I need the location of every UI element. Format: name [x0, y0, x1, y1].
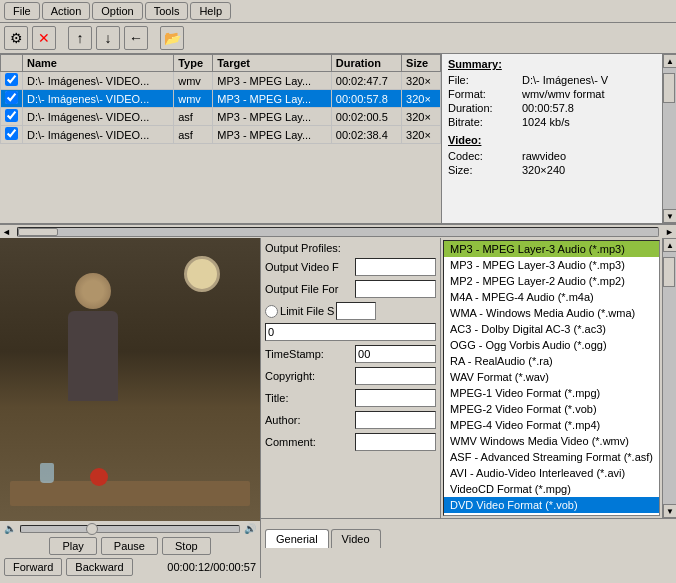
video-section: Video: — [448, 134, 656, 146]
form-row-comment: Comment: — [265, 433, 436, 451]
row-size: 320× — [402, 90, 441, 108]
play-controls: Play Pause Stop — [4, 537, 256, 555]
col-target: Target — [213, 55, 332, 72]
tab-general[interactable]: Generial — [265, 529, 329, 548]
profile-item[interactable]: OGG - Ogg Vorbis Audio (*.ogg) — [444, 337, 659, 353]
form-row-author: Author: — [265, 411, 436, 429]
col-name: Name — [23, 55, 174, 72]
profile-item[interactable]: WAV Format (*.wav) — [444, 369, 659, 385]
move-left-button[interactable]: ← — [124, 26, 148, 50]
title-input[interactable] — [355, 389, 436, 407]
settings-button[interactable]: ⚙ — [4, 26, 28, 50]
row-check[interactable] — [5, 109, 18, 122]
play-button[interactable]: Play — [49, 537, 96, 555]
title-label: Title: — [265, 392, 355, 404]
table-row[interactable]: D:\- Imágenes\- VIDEO... asf MP3 - MPEG … — [1, 108, 441, 126]
move-down-button[interactable]: ↓ — [96, 26, 120, 50]
volume-thumb[interactable] — [86, 523, 98, 535]
row-name: D:\- Imágenes\- VIDEO... — [23, 108, 174, 126]
pause-button[interactable]: Pause — [101, 537, 158, 555]
row-size: 320× — [402, 108, 441, 126]
comment-input[interactable] — [355, 433, 436, 451]
video-input[interactable] — [355, 258, 436, 276]
volume-icon: 🔈 — [4, 523, 16, 534]
forward-button[interactable]: Forward — [4, 558, 62, 576]
profile-item[interactable]: RA - RealAudio (*.ra) — [444, 353, 659, 369]
profile-item[interactable]: VideoCD Format (*.mpg) — [444, 481, 659, 497]
row-type: asf — [174, 108, 213, 126]
output-form: Output Profiles: Output Video F Output F… — [261, 238, 441, 518]
form-row-file: Output File For — [265, 280, 436, 298]
main-area: 🔈 🔊 Play Pause Stop Forward Backward 00:… — [0, 238, 676, 578]
table-row[interactable]: D:\- Imágenes\- VIDEO... wmv MP3 - MPEG … — [1, 72, 441, 90]
limit-label: Limit File S — [280, 305, 334, 317]
profile-item[interactable]: MP2 - MPEG Layer-2 Audio (*.mp2) — [444, 273, 659, 289]
vscroll-down[interactable]: ▼ — [663, 209, 676, 223]
vscroll-thumb[interactable] — [663, 73, 675, 103]
row-check[interactable] — [5, 91, 18, 104]
backward-button[interactable]: Backward — [66, 558, 132, 576]
profile-item[interactable]: WMA - Windows Media Audio (*.wma) — [444, 305, 659, 321]
menu-action[interactable]: Action — [42, 2, 91, 20]
volume-bar: 🔈 🔊 — [4, 523, 256, 534]
video-frame — [0, 238, 260, 521]
author-input[interactable] — [355, 411, 436, 429]
comment-label: Comment: — [265, 436, 355, 448]
profile-item[interactable]: M4A - MPEG-4 Audio (*.m4a) — [444, 289, 659, 305]
video-label: Output Video F — [265, 261, 355, 273]
profile-item[interactable]: AVI - Audio-Video Interleaved (*.avi) — [444, 465, 659, 481]
menu-tools[interactable]: Tools — [145, 2, 189, 20]
limit-radio[interactable] — [265, 305, 278, 318]
profile-label: Output Profiles: — [265, 242, 355, 254]
time-display: 00:00:12/00:00:57 — [167, 561, 256, 573]
toolbar: ⚙ ✕ ↑ ↓ ← 📂 — [0, 23, 676, 54]
table — [10, 481, 250, 506]
form-row-video: Output Video F — [265, 258, 436, 276]
output-top: Output Profiles: Output Video F Output F… — [261, 238, 676, 518]
timestamp-input[interactable] — [355, 345, 436, 363]
profile-item[interactable]: MPEG-1 Video Format (*.mpg) — [444, 385, 659, 401]
menu-file[interactable]: File — [4, 2, 40, 20]
profile-vscroll-thumb[interactable] — [663, 257, 675, 287]
profile-item[interactable]: AC3 - Dolby Digital AC-3 (*.ac3) — [444, 321, 659, 337]
menubar: File Action Option Tools Help — [0, 0, 676, 23]
profile-item[interactable]: MPEG-4 Video Format (*.mp4) — [444, 417, 659, 433]
row-name: D:\- Imágenes\- VIDEO... — [23, 72, 174, 90]
row-type: wmv — [174, 72, 213, 90]
delete-button[interactable]: ✕ — [32, 26, 56, 50]
tab-video[interactable]: Video — [331, 529, 381, 548]
file-format-input[interactable] — [355, 280, 436, 298]
menu-help[interactable]: Help — [190, 2, 231, 20]
nav-controls: Forward Backward 00:00:12/00:00:57 — [4, 558, 256, 576]
duration-value: 00:00:57.8 — [522, 102, 574, 114]
row-check[interactable] — [5, 127, 18, 140]
table-row[interactable]: D:\- Imágenes\- VIDEO... wmv MP3 - MPEG … — [1, 90, 441, 108]
menu-option[interactable]: Option — [92, 2, 142, 20]
row-name: D:\- Imágenes\- VIDEO... — [23, 126, 174, 144]
row-duration: 00:02:00.5 — [331, 108, 401, 126]
hscroll-thumb[interactable] — [18, 228, 58, 236]
stop-button[interactable]: Stop — [162, 537, 211, 555]
vscroll-up[interactable]: ▲ — [663, 54, 676, 68]
row-check[interactable] — [5, 73, 18, 86]
profile-item[interactable]: MPEG-2 Video Format (*.vob) — [444, 401, 659, 417]
table-row[interactable]: D:\- Imágenes\- VIDEO... asf MP3 - MPEG … — [1, 126, 441, 144]
profile-list: MP3 - MPEG Layer-3 Audio (*.mp3)MP3 - MP… — [443, 240, 660, 516]
move-up-button[interactable]: ↑ — [68, 26, 92, 50]
profile-item[interactable]: MP3 - MPEG Layer-3 Audio (*.mp3) — [444, 257, 659, 273]
limit-value[interactable] — [336, 302, 376, 320]
profile-item[interactable]: DVD Video Format (*.vob) — [444, 497, 659, 513]
copyright-input[interactable] — [355, 367, 436, 385]
profile-item[interactable]: MP3 - MPEG Layer-3 Audio (*.mp3) — [444, 241, 659, 257]
open-button[interactable]: 📂 — [160, 26, 184, 50]
hscroll-right[interactable]: ► — [663, 227, 676, 237]
hscroll-left[interactable]: ◄ — [0, 227, 13, 237]
volume-slider[interactable] — [20, 525, 240, 533]
profile-vscroll-up[interactable]: ▲ — [663, 238, 676, 252]
zero-input[interactable] — [265, 323, 436, 341]
form-row-copyright: Copyright: — [265, 367, 436, 385]
profile-item[interactable]: ASF - Advanced Streaming Format (*.asf) — [444, 449, 659, 465]
apple — [90, 468, 108, 486]
profile-item[interactable]: WMV Windows Media Video (*.wmv) — [444, 433, 659, 449]
profile-vscroll-down[interactable]: ▼ — [663, 504, 676, 518]
